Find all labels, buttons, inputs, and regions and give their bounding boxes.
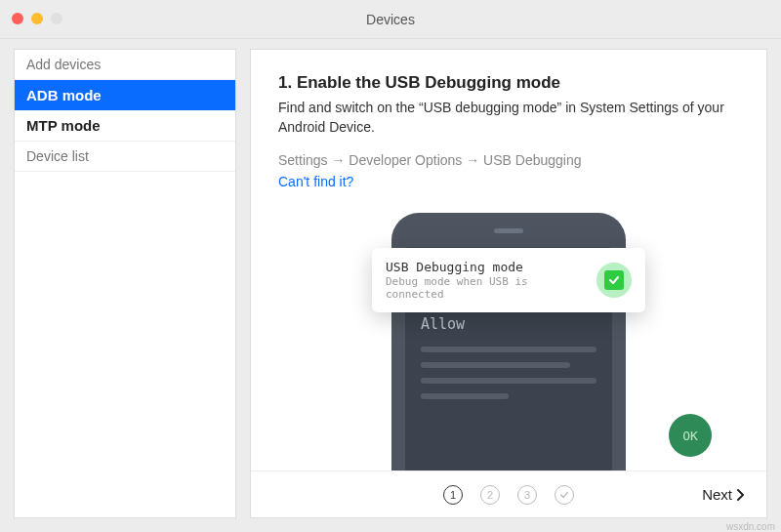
chevron-right-icon [736, 488, 745, 502]
content-panel: 1. Enable the USB Debugging mode Find an… [250, 49, 767, 518]
zoom-icon[interactable] [51, 13, 62, 24]
phone-prompt-title: Allow [421, 315, 596, 333]
phone-text-line [421, 393, 509, 399]
check-icon [604, 270, 624, 290]
callout-title: USB Debugging mode [386, 260, 587, 274]
watermark: wsxdn.com [726, 521, 775, 532]
next-label: Next [702, 486, 732, 503]
sidebar: Add devices ADB mode MTP mode Device lis… [14, 49, 236, 518]
phone-text-line [421, 347, 596, 352]
step-1[interactable]: 1 [443, 485, 463, 505]
phone-text-line [421, 362, 570, 368]
sidebar-header-device-list: Device list [15, 141, 235, 172]
window-title: Devices [366, 12, 415, 27]
settings-breadcrumb: Settings → Developer Options → USB Debug… [278, 152, 739, 168]
usb-debugging-callout: USB Debugging mode Debug mode when USB i… [372, 248, 645, 312]
sidebar-item-adb-mode[interactable]: ADB mode [15, 80, 235, 110]
step-done[interactable] [555, 485, 574, 505]
step-2[interactable]: 2 [480, 485, 500, 505]
callout-subtitle: Debug mode when USB is connected [386, 275, 587, 301]
step-3[interactable]: 3 [517, 485, 537, 505]
sidebar-header-add-devices: Add devices [15, 50, 235, 80]
phone-speaker [494, 228, 523, 233]
step-heading: 1. Enable the USB Debugging mode [278, 73, 739, 93]
step-indicator: 1 2 3 [443, 485, 574, 505]
cant-find-it-link[interactable]: Can't find it? [278, 174, 739, 189]
titlebar: Devices [0, 0, 781, 39]
step-description: Find and switch on the “USB debugging mo… [278, 99, 739, 137]
minimize-icon[interactable] [31, 13, 43, 24]
window-controls [12, 13, 62, 24]
main: Add devices ADB mode MTP mode Device lis… [0, 39, 781, 532]
sidebar-item-mtp-mode[interactable]: MTP mode [15, 110, 235, 141]
wizard-footer: 1 2 3 Next [251, 471, 766, 517]
checkbox-badge [596, 263, 632, 298]
phone-text-line [421, 378, 596, 384]
close-icon[interactable] [12, 13, 23, 24]
illustration: Allow OK USB Debugging mode Debug mode w… [278, 203, 739, 471]
next-button[interactable]: Next [702, 486, 745, 503]
phone-ok-button: OK [669, 414, 712, 457]
